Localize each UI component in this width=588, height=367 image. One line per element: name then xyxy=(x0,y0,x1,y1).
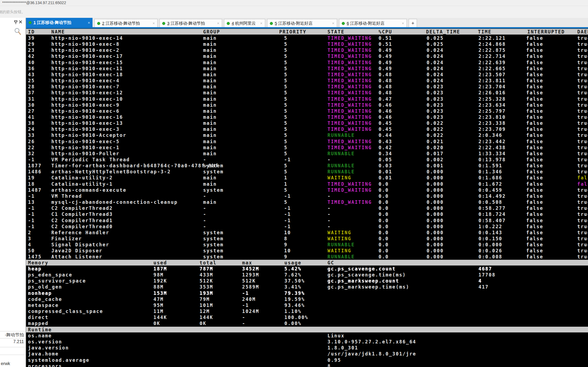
thread-cell: true xyxy=(577,211,588,217)
thread-cell: 5 xyxy=(284,90,287,96)
thread-cell: main xyxy=(203,72,217,78)
thread-cell: false xyxy=(526,254,543,260)
thread-cell: 0.020 xyxy=(427,145,444,151)
thread-cell: 0:14.492 xyxy=(478,193,506,199)
terminal[interactable]: IDNAMEGROUPPRIORITYSTATE%CPUDELTA_TIMETI… xyxy=(26,29,588,367)
thread-cell: true xyxy=(577,169,588,175)
thread-cell: RUNNABLE xyxy=(327,242,355,248)
session-list-item[interactable]: erwk xyxy=(1,361,10,366)
memory-cell: -1 xyxy=(242,290,249,296)
tab-close-icon[interactable]: × xyxy=(329,21,334,26)
memory-cell: 0K xyxy=(200,320,206,326)
thread-cell: true xyxy=(577,66,588,72)
thread-cell: false xyxy=(526,35,543,41)
thread-cell: 0.51 xyxy=(379,35,392,41)
thread-cell: true xyxy=(577,224,588,230)
thread-cell: TIMED_WAITING xyxy=(327,187,372,193)
gc-key: gc.ps_scavenge.count xyxy=(327,266,396,272)
thread-cell: - xyxy=(203,218,206,224)
tab-3[interactable]: 3 江苏移动-舞动节拍× xyxy=(159,19,222,27)
thread-cell: 10 xyxy=(284,248,291,254)
thread-cell: 0.48 xyxy=(379,90,392,96)
thread-cell: 0.000 xyxy=(427,236,444,242)
thread-cell: 2:23.442 xyxy=(478,139,506,145)
thread-cell: 0.000 xyxy=(427,254,444,260)
thread-cell: true xyxy=(577,242,588,248)
thread-cell: true xyxy=(577,72,588,78)
tab-title: 江苏移动-舞动节拍 xyxy=(36,20,71,25)
thread-cell: true xyxy=(577,120,588,126)
column-header: %CPU xyxy=(379,29,392,35)
thread-cell: true xyxy=(577,53,588,59)
gc-key: gc.ps_marksweep.count xyxy=(327,278,399,284)
column-header: INTERRUPTED xyxy=(527,29,565,35)
thread-cell: true xyxy=(577,151,588,157)
thread-cell: 1 xyxy=(284,181,287,187)
thread-cell: true xyxy=(577,218,588,224)
tab-6[interactable]: 6 江苏移动-附近好店× xyxy=(339,19,407,27)
tab-close-icon[interactable]: × xyxy=(257,21,262,26)
session-list-item[interactable]: 7.211 xyxy=(13,339,24,344)
thread-cell: TIMED_WAITING xyxy=(327,35,372,41)
thread-cell: RUNNABLE xyxy=(327,132,355,138)
thread-cell: http-nio-9010-exec-6 xyxy=(51,108,120,114)
thread-cell: main xyxy=(203,175,217,181)
tab-close-icon[interactable]: × xyxy=(214,21,219,26)
search-icon[interactable] xyxy=(14,28,22,35)
tab-4[interactable]: 4 杭州阿里云× xyxy=(224,19,265,27)
column-header: total xyxy=(200,260,217,266)
tab-close-icon[interactable]: × xyxy=(84,21,90,25)
tab-label: 6 江苏移动-附近好店 xyxy=(347,21,385,26)
new-tab-button[interactable]: + xyxy=(409,19,417,27)
memory-cell: 0.00% xyxy=(284,320,301,326)
thread-cell: 0:58.277 xyxy=(478,205,506,211)
thread-cell: 0.023 xyxy=(427,84,444,90)
tab-2[interactable]: 2 江苏移动-舞动节拍× xyxy=(94,19,158,27)
thread-cell: 0.43 xyxy=(379,139,392,145)
memory-cell: 433M xyxy=(200,272,213,278)
thread-cell: -1 xyxy=(284,193,291,199)
thread-cell: 43 xyxy=(28,72,35,78)
thread-cell: 0:1.672 xyxy=(478,181,502,187)
thread-cell: main xyxy=(203,139,217,145)
close-icon[interactable] xyxy=(19,20,22,24)
thread-cell: 8 xyxy=(284,236,287,242)
tab-1[interactable]: 1 江苏移动-舞动节拍× xyxy=(26,18,93,27)
thread-cell: WAITING xyxy=(327,230,351,236)
memory-cell: 101M xyxy=(200,302,213,308)
memory-cell: 11M xyxy=(153,308,164,314)
thread-cell: 0:0.026 xyxy=(478,248,502,254)
tab-title: 江苏移动-舞动节拍 xyxy=(169,21,205,26)
thread-cell: 0.025 xyxy=(427,41,444,47)
thread-cell: main xyxy=(203,114,217,120)
thread-cell: 41 xyxy=(28,114,35,120)
thread-cell: main xyxy=(203,66,217,72)
memory-cell: 192K xyxy=(153,278,167,284)
thread-cell: main xyxy=(203,108,217,114)
tab-close-icon[interactable]: × xyxy=(149,21,155,26)
memory-cell: 19.59% xyxy=(284,296,305,302)
thread-cell: false xyxy=(526,211,543,217)
thread-cell: WAITING xyxy=(327,248,351,254)
thread-cell: 0.024 xyxy=(427,78,444,84)
pin-icon[interactable] xyxy=(14,20,18,25)
thread-cell: Signal Dispatcher xyxy=(51,242,109,248)
thread-cell: VM Thread xyxy=(51,193,82,199)
thread-cell: false xyxy=(526,114,543,120)
session-list-item[interactable]: -舞动节拍 xyxy=(5,332,24,338)
tab-close-icon[interactable]: × xyxy=(398,21,404,26)
thread-cell: 5 xyxy=(284,35,287,41)
thread-cell: 0.017 xyxy=(427,151,444,157)
thread-cell: Timer-for-arthas-dashboard-b648764c-70a0… xyxy=(51,163,219,169)
thread-cell: TIMED_WAITING xyxy=(327,114,372,120)
thread-cell: http-nio-9010-exec-11 xyxy=(51,66,123,72)
thread-cell: 5 xyxy=(284,78,287,84)
thread-cell: false xyxy=(526,145,543,151)
tab-5[interactable]: 5 江苏移动-附近好店× xyxy=(267,19,337,27)
thread-cell: Attach Listener xyxy=(51,254,103,260)
thread-cell: true xyxy=(577,41,588,47)
thread-cell: main xyxy=(203,120,217,126)
thread-cell: -1 xyxy=(28,193,35,199)
thread-cell: 0.0 xyxy=(379,211,389,217)
thread-cell: 0.024 xyxy=(427,66,444,72)
